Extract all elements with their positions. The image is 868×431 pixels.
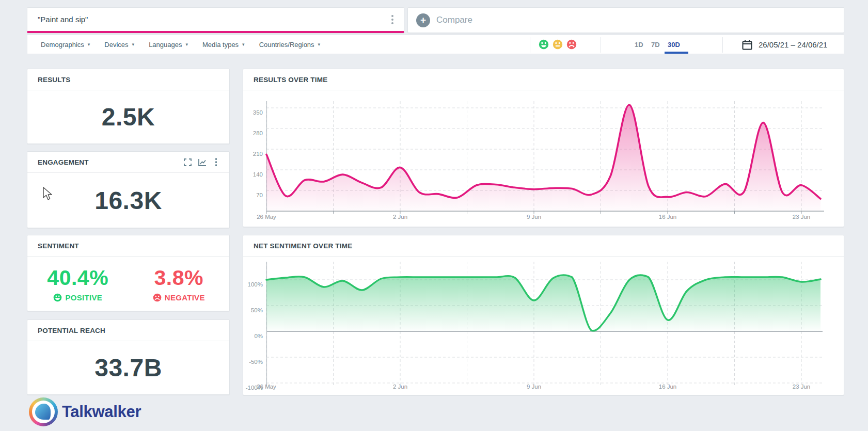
separator	[530, 37, 530, 53]
engagement-card: ENGAGEMENT 16.3K	[27, 151, 230, 228]
chevron-down-icon: ▾	[242, 42, 245, 47]
expand-icon[interactable]	[184, 158, 192, 166]
filter-devices[interactable]: Devices▾	[97, 35, 141, 54]
potential-reach-value: 33.7B	[94, 354, 162, 382]
svg-text:16 Jun: 16 Jun	[659, 384, 677, 390]
talkwalker-logo: Talkwalker	[29, 397, 141, 426]
potential-reach-body: 33.7B	[27, 341, 229, 394]
results-over-time-card: RESULTS OVER TIME 7014021028035026 May2 …	[243, 69, 844, 227]
card-menu-kebab-icon[interactable]	[213, 156, 219, 168]
svg-text:280: 280	[253, 130, 263, 136]
engagement-body: 16.3K	[27, 173, 229, 228]
results-card: RESULTS 2.5K	[27, 69, 230, 144]
chevron-down-icon: ▾	[132, 42, 135, 47]
results-over-time-header: RESULTS OVER TIME	[243, 69, 844, 90]
filter-demographics[interactable]: Demographics▾	[34, 35, 97, 54]
negative-value: 3.8%	[154, 266, 203, 290]
positive-value: 40.4%	[47, 266, 108, 290]
filter-media-types[interactable]: Media types▾	[195, 35, 252, 54]
chevron-down-icon: ▾	[185, 42, 188, 47]
svg-text:26 May: 26 May	[257, 214, 276, 220]
svg-text:140: 140	[253, 171, 263, 178]
results-over-time-chart[interactable]: 7014021028035026 May2 Jun9 Jun16 Jun23 J…	[243, 95, 840, 222]
sentiment-title: SENTIMENT	[38, 242, 79, 250]
line-chart-icon[interactable]	[198, 158, 207, 166]
results-card-header: RESULTS	[27, 69, 229, 90]
brand-name: Talkwalker	[62, 403, 141, 421]
filter-languages[interactable]: Languages▾	[141, 35, 195, 54]
separator	[722, 37, 723, 53]
svg-text:23 Jun: 23 Jun	[793, 214, 811, 220]
net-sentiment-card: NET SENTIMENT OVER TIME 100%50%0%-50%-10…	[243, 235, 844, 395]
svg-text:9 Jun: 9 Jun	[527, 214, 541, 220]
search-box[interactable]: "Paint and sip"	[27, 7, 404, 33]
potential-reach-title: POTENTIAL REACH	[38, 327, 105, 334]
engagement-card-header: ENGAGEMENT	[27, 152, 229, 173]
negative-sentiment-block: 3.8% NEGATIVE	[129, 257, 230, 311]
compare-button[interactable]: + Compare	[407, 7, 844, 33]
negative-label-row: NEGATIVE	[153, 293, 205, 302]
filter-countries-regions[interactable]: Countries/Regions▾	[252, 35, 327, 54]
calendar-icon[interactable]	[742, 40, 752, 52]
net-sentiment-title: NET SENTIMENT OVER TIME	[254, 242, 352, 250]
filter-bar: Demographics▾ Devices▾ Languages▾ Media …	[27, 35, 844, 54]
svg-text:100%: 100%	[248, 281, 263, 288]
neutral-sentiment-icon[interactable]	[553, 39, 563, 50]
sentiment-card: SENTIMENT 40.4% POSITIVE 3.8% NEGATIVE	[27, 235, 230, 311]
svg-text:350: 350	[253, 109, 263, 116]
sentiment-body: 40.4% POSITIVE 3.8% NEGATIVE	[27, 257, 229, 311]
plus-icon: +	[416, 13, 430, 27]
chevron-down-icon: ▾	[318, 42, 321, 47]
svg-text:210: 210	[253, 151, 263, 157]
chevron-down-icon: ▾	[88, 42, 90, 47]
search-query[interactable]: "Paint and sip"	[27, 15, 88, 24]
sentiment-card-header: SENTIMENT	[27, 235, 229, 257]
talkwalker-swirl-icon	[29, 397, 58, 426]
positive-label-row: POSITIVE	[53, 293, 102, 302]
results-body: 2.5K	[27, 90, 229, 143]
positive-sentiment-block: 40.4% POSITIVE	[27, 257, 129, 311]
date-range[interactable]: 26/05/21 – 24/06/21	[759, 35, 827, 54]
potential-reach-card-header: POTENTIAL REACH	[27, 320, 229, 341]
positive-sentiment-icon[interactable]	[539, 39, 549, 50]
positive-face-icon	[53, 293, 62, 302]
potential-reach-card: POTENTIAL REACH 33.7B	[27, 320, 230, 395]
net-sentiment-chart[interactable]: 100%50%0%-50%-100%26 May2 Jun9 Jun16 Jun…	[243, 259, 840, 394]
svg-text:70: 70	[256, 192, 263, 198]
svg-text:50%: 50%	[251, 307, 263, 313]
svg-text:9 Jun: 9 Jun	[527, 384, 541, 390]
time-range-30d[interactable]: 30D	[668, 35, 680, 54]
results-title: RESULTS	[38, 76, 70, 84]
svg-text:2 Jun: 2 Jun	[393, 384, 407, 390]
engagement-value: 16.3K	[94, 186, 162, 215]
net-sentiment-header: NET SENTIMENT OVER TIME	[243, 235, 844, 257]
results-over-time-title: RESULTS OVER TIME	[254, 76, 327, 84]
compare-label: Compare	[436, 15, 472, 25]
svg-text:23 Jun: 23 Jun	[793, 384, 811, 390]
selected-range-underline	[665, 52, 688, 54]
results-value: 2.5K	[102, 103, 155, 131]
svg-text:-50%: -50%	[249, 359, 263, 365]
time-range-1d[interactable]: 1D	[635, 35, 643, 54]
engagement-title: ENGAGEMENT	[38, 158, 89, 166]
filter-dropdowns: Demographics▾ Devices▾ Languages▾ Media …	[34, 35, 327, 54]
svg-text:2 Jun: 2 Jun	[393, 214, 407, 220]
time-range-7d[interactable]: 7D	[651, 35, 660, 54]
svg-text:26 May: 26 May	[257, 384, 276, 390]
svg-text:0%: 0%	[254, 333, 263, 339]
separator	[601, 37, 601, 53]
negative-face-icon	[153, 293, 162, 302]
search-options-kebab-icon[interactable]	[388, 12, 397, 27]
svg-text:16 Jun: 16 Jun	[659, 214, 677, 220]
negative-sentiment-icon[interactable]	[566, 39, 577, 50]
